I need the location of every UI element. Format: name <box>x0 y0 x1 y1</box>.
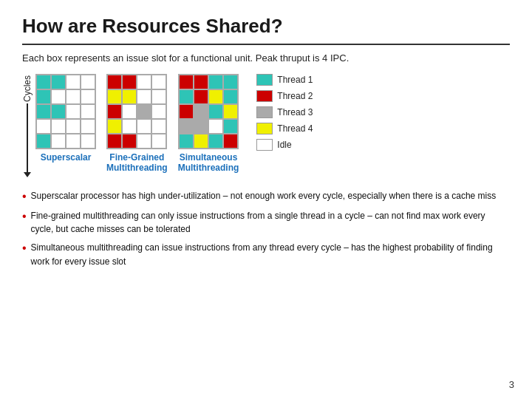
cell <box>36 75 51 89</box>
cell <box>122 75 137 89</box>
finegrained-label: Fine-GrainedMultithreading <box>106 152 168 173</box>
cell <box>194 119 208 134</box>
cell <box>137 89 151 104</box>
cycles-arrow <box>24 103 31 177</box>
legend: Thread 1 Thread 2 Thread 3 Thread 4 Idle <box>256 74 313 151</box>
bullet-dot-2: • <box>22 209 27 225</box>
legend-color-thread2 <box>256 90 273 102</box>
simultaneous-label: SimultaneousMultithreading <box>178 152 239 173</box>
cycles-label: Cycles <box>22 75 33 102</box>
simultaneous-grid <box>178 74 239 149</box>
bullets-section: • Superscalar processor has high under-u… <box>22 189 510 268</box>
legend-thread2: Thread 2 <box>256 90 313 102</box>
legend-label-idle: Idle <box>277 140 291 150</box>
cell <box>66 104 81 119</box>
legend-label-thread2: Thread 2 <box>277 91 313 101</box>
legend-color-thread3 <box>256 106 273 118</box>
superscalar-grid <box>35 74 96 149</box>
superscalar-label: Superscalar <box>41 152 92 163</box>
legend-label-thread3: Thread 3 <box>277 107 313 117</box>
cycles-column: Cycles <box>22 75 33 177</box>
cell <box>122 119 137 134</box>
superscalar-wrapper: Superscalar <box>35 74 96 163</box>
bullet-dot-3: • <box>22 241 27 256</box>
cell <box>151 134 166 149</box>
slide: How are Resources Shared? Each box repre… <box>0 0 532 399</box>
cell <box>36 89 51 104</box>
cell <box>66 134 81 149</box>
main-content-row: Cycles <box>22 74 510 177</box>
cell <box>137 75 151 89</box>
legend-thread4: Thread 4 <box>256 123 313 134</box>
title-divider <box>22 44 510 45</box>
cell <box>223 134 238 149</box>
cell <box>36 104 51 119</box>
cell <box>107 75 122 89</box>
cell <box>122 134 137 149</box>
cell <box>151 104 166 119</box>
cell <box>179 134 194 149</box>
bullet-text-3: Simultaneous multithreading can issue in… <box>31 241 510 268</box>
cell <box>66 75 81 89</box>
legend-color-thread4 <box>256 123 273 134</box>
subtitle-text: Each box represents an issue slot for a … <box>22 52 510 64</box>
bullet-text-1: Superscalar processor has high under-uti… <box>31 189 497 203</box>
cell <box>51 119 66 134</box>
cell <box>122 89 137 104</box>
cell <box>179 89 194 104</box>
cell <box>107 89 122 104</box>
cell <box>66 89 81 104</box>
cell <box>137 134 151 149</box>
cell <box>81 104 95 119</box>
cell <box>137 119 151 134</box>
cell <box>208 119 223 134</box>
cell <box>81 75 95 89</box>
cell <box>36 119 51 134</box>
cell <box>51 75 66 89</box>
bullet-dot-1: • <box>22 189 27 205</box>
cell <box>223 104 238 119</box>
grids-container: Superscalar <box>35 74 313 173</box>
arrow-tip <box>24 172 31 177</box>
cell <box>151 89 166 104</box>
cell <box>208 89 223 104</box>
cell <box>137 104 151 119</box>
cell <box>51 89 66 104</box>
bullet-text-2: Fine-grained multithreading can only iss… <box>31 209 510 236</box>
cell <box>81 89 95 104</box>
legend-label-thread1: Thread 1 <box>277 75 313 85</box>
cell <box>208 134 223 149</box>
cell <box>179 104 194 119</box>
bullet-2: • Fine-grained multithreading can only i… <box>22 209 510 236</box>
arrow-line <box>27 103 28 172</box>
bullet-3: • Simultaneous multithreading can issue … <box>22 241 510 268</box>
legend-thread1: Thread 1 <box>256 74 313 86</box>
cell <box>151 75 166 89</box>
simultaneous-wrapper: SimultaneousMultithreading <box>178 74 239 173</box>
cell <box>223 89 238 104</box>
cell <box>223 75 238 89</box>
cell <box>107 119 122 134</box>
cell <box>81 134 95 149</box>
cell <box>194 75 208 89</box>
cell <box>194 89 208 104</box>
cell <box>194 104 208 119</box>
bullet-1: • Superscalar processor has high under-u… <box>22 189 510 205</box>
cell <box>208 104 223 119</box>
legend-color-idle <box>256 139 273 151</box>
cell <box>208 75 223 89</box>
legend-idle: Idle <box>256 139 313 151</box>
cell <box>66 119 81 134</box>
cell <box>223 119 238 134</box>
page-number: 3 <box>509 379 514 390</box>
legend-label-thread4: Thread 4 <box>277 123 313 134</box>
cell <box>36 134 51 149</box>
cell <box>107 104 122 119</box>
legend-thread3: Thread 3 <box>256 106 313 118</box>
cell <box>51 134 66 149</box>
cell <box>179 75 194 89</box>
cell <box>194 134 208 149</box>
cell <box>81 119 95 134</box>
cell <box>179 119 194 134</box>
cell <box>51 104 66 119</box>
